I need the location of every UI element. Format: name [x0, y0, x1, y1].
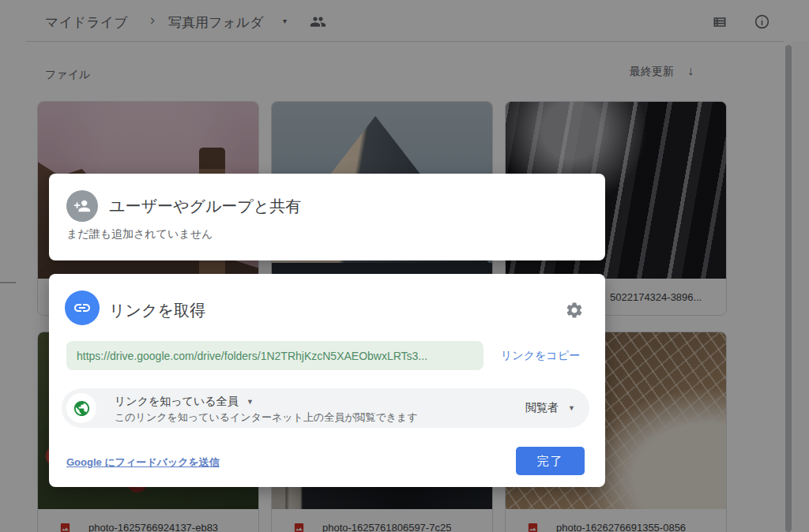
access-scope-dropdown[interactable]: リンクを知っている全員 — [115, 395, 239, 409]
link-icon — [73, 298, 92, 317]
get-link-title: リンクを取得 — [109, 300, 205, 321]
done-button[interactable]: 完了 — [516, 447, 585, 475]
share-dialog-title: ユーザーやグループと共有 — [109, 196, 301, 217]
link-access-row: リンクを知っている全員 ▼ このリンクを知っているインターネット上の全員が閲覧で… — [62, 388, 589, 428]
globe-avatar — [66, 393, 96, 423]
get-link-dialog: リンクを取得 https://drive.google.com/drive/fo… — [49, 274, 605, 487]
share-link-url: https://drive.google.com/drive/folders/1… — [66, 350, 427, 362]
drive-share-screen: マイドライブ › 写真用フォルダ ▾ ファイル 最終更新 ↓ — [0, 0, 809, 532]
chevron-down-icon[interactable]: ▼ — [246, 398, 254, 406]
gear-icon[interactable] — [565, 301, 584, 320]
send-feedback-link[interactable]: Google にフィードバックを送信 — [66, 455, 220, 470]
role-dropdown[interactable]: 閲覧者 — [525, 401, 559, 415]
chevron-down-icon[interactable]: ▼ — [568, 404, 575, 412]
link-avatar — [65, 290, 100, 325]
person-add-icon — [73, 197, 91, 215]
globe-icon — [73, 399, 91, 418]
person-add-avatar — [66, 190, 98, 222]
share-dialog-subtitle: まだ誰も追加されていません — [66, 227, 213, 242]
share-link-field[interactable]: https://drive.google.com/drive/folders/1… — [66, 341, 484, 370]
access-description: このリンクを知っているインターネット上の全員が閲覧できます — [115, 410, 418, 425]
copy-link-button[interactable]: リンクをコピー — [501, 349, 580, 363]
share-with-people-dialog: ユーザーやグループと共有 まだ誰も追加されていません — [49, 174, 605, 260]
